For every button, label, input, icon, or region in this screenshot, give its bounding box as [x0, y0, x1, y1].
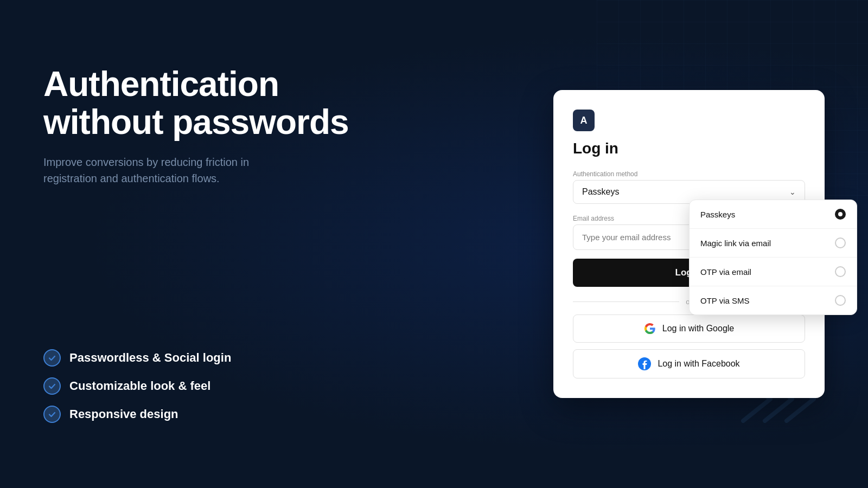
feature-label-1: Passwordless & Social login — [69, 351, 231, 365]
features-list: Passwordless & Social login Customizable… — [43, 349, 510, 423]
dropdown-option-passkeys[interactable]: Passkeys — [690, 200, 857, 229]
feature-label-3: Responsive design — [69, 407, 178, 421]
right-panel: A Log in Authentication method Passkeys … — [553, 90, 825, 398]
radio-magic-link — [835, 237, 846, 248]
auth-dropdown-menu: Passkeys Magic link via email OTP via em… — [689, 200, 857, 315]
dropdown-option-magic-link[interactable]: Magic link via email — [690, 229, 857, 258]
app-icon: A — [573, 110, 595, 131]
left-panel: Authentication without passwords Improve… — [43, 65, 510, 423]
check-icon-1 — [43, 349, 61, 367]
dropdown-option-otp-sms[interactable]: OTP via SMS — [690, 286, 857, 314]
check-icon-3 — [43, 406, 61, 423]
chevron-down-icon: ⌄ — [789, 188, 796, 196]
facebook-login-button[interactable]: Log in with Facebook — [573, 349, 805, 378]
auth-method-label: Authentication method — [573, 170, 805, 178]
feature-item-2: Customizable look & feel — [43, 377, 510, 395]
feature-item-1: Passwordless & Social login — [43, 349, 510, 367]
login-card: A Log in Authentication method Passkeys … — [553, 90, 825, 398]
auth-method-value: Passkeys — [582, 187, 619, 197]
sub-heading: Improve conversions by reducing friction… — [43, 154, 304, 187]
card-title: Log in — [573, 140, 805, 157]
feature-item-3: Responsive design — [43, 406, 510, 423]
main-heading: Authentication without passwords — [43, 65, 510, 142]
check-icon-2 — [43, 377, 61, 395]
auth-method-group: Authentication method Passkeys ⌄ Passkey… — [573, 170, 805, 204]
radio-passkeys — [835, 209, 846, 220]
facebook-button-label: Log in with Facebook — [658, 359, 739, 369]
divider-line-left — [573, 301, 679, 302]
google-icon — [644, 323, 656, 335]
dropdown-option-otp-email[interactable]: OTP via email — [690, 258, 857, 286]
feature-label-2: Customizable look & feel — [69, 379, 210, 393]
google-button-label: Log in with Google — [662, 324, 735, 333]
radio-otp-sms — [835, 295, 846, 306]
facebook-icon — [638, 357, 651, 370]
radio-otp-email — [835, 266, 846, 277]
google-login-button[interactable]: Log in with Google — [573, 314, 805, 343]
